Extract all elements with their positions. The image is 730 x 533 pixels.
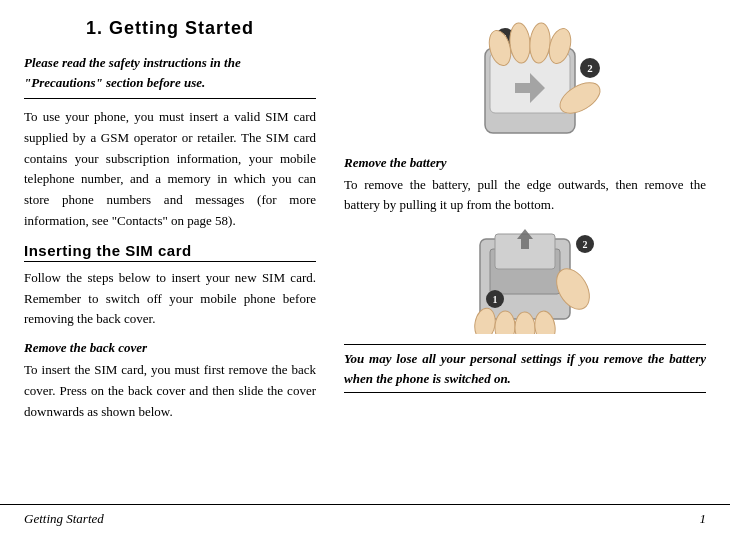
phone-top-image: 1 2 (425, 18, 625, 143)
phone-bottom-svg: 1 2 (425, 224, 625, 334)
left-column: 1. Getting Started Please read the safet… (24, 18, 334, 504)
svg-text:2: 2 (587, 62, 593, 74)
bottom-warning: You may lose all your personal settings … (344, 344, 706, 393)
subsection2-title: Remove the battery (344, 155, 706, 171)
phone-top-svg: 1 2 (425, 18, 625, 143)
svg-text:1: 1 (493, 294, 498, 305)
subsection2-body: To remove the battery, pull the edge out… (344, 175, 706, 214)
subsection1-body: To insert the SIM card, you must first r… (24, 360, 316, 422)
section1-title: Inserting the SIM card (24, 242, 316, 262)
page: 1. Getting Started Please read the safet… (0, 0, 730, 533)
bottom-warning-text: You may lose all your personal settings … (344, 351, 706, 386)
svg-text:2: 2 (583, 239, 588, 250)
intro-paragraph: To use your phone, you must insert a val… (24, 107, 316, 232)
warning-text: Please read the safety instructions in t… (24, 55, 241, 90)
phone-bottom-image: 1 2 (425, 224, 625, 334)
section1-body: Follow the steps below to insert your ne… (24, 268, 316, 330)
warning-block: Please read the safety instructions in t… (24, 53, 316, 99)
footer-left: Getting Started (24, 511, 104, 527)
subsection1-title: Remove the back cover (24, 340, 316, 356)
main-content: 1. Getting Started Please read the safet… (0, 0, 730, 504)
footer-right: 1 (700, 511, 707, 527)
page-title: 1. Getting Started (24, 18, 316, 39)
footer: Getting Started 1 (0, 504, 730, 533)
right-column: 1 2 Remove the battery To remove the bat… (334, 18, 706, 504)
